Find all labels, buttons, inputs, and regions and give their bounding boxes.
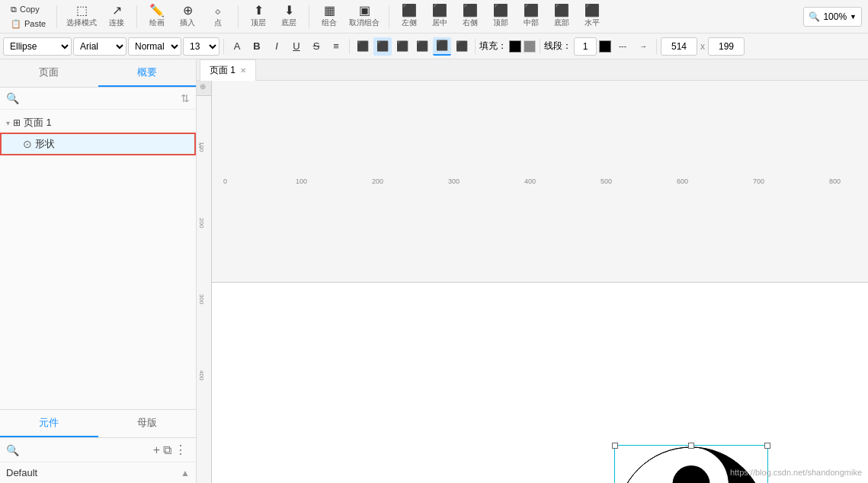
shape-tree-item[interactable]: ⊙ 形状 <box>0 133 196 155</box>
list-button[interactable]: ≡ <box>327 37 345 56</box>
justify-text-button[interactable]: ⬛ <box>413 37 431 56</box>
bold-button[interactable]: B <box>248 37 266 56</box>
page-tree-item[interactable]: ▾ ⊞ 页面 1 <box>0 113 196 133</box>
bottom-layer-icon: ⬇ <box>284 5 294 17</box>
zoom-dropdown-icon: ▼ <box>850 13 857 21</box>
stroke-label: 线段： <box>544 40 572 53</box>
stroke-width-input[interactable] <box>574 37 597 56</box>
ungroup-icon: ▣ <box>359 5 370 17</box>
stroke-style-button[interactable]: --- <box>613 37 632 56</box>
toolbar-top: ⧉ Copy 📋 Paste ⬚ 选择模式 ↗ 连接 ✏️ 绘画 ⊕ 插入 ⬦ … <box>0 0 868 34</box>
align-right-button[interactable]: ⬛ 右侧 <box>456 3 484 30</box>
align-left-button[interactable]: ⬛ 左侧 <box>396 3 423 30</box>
canvas-area: 页面 1 ✕ ⊕ 1 100 200 300 400 <box>197 59 868 483</box>
fill-color-swatch2[interactable] <box>524 40 536 53</box>
width-input[interactable]: 514 <box>661 37 697 56</box>
font-size-select[interactable]: 13 <box>183 37 219 56</box>
main-area: 页面 概要 🔍 ⇅ ▾ ⊞ 页面 1 ⊙ 形状 元件 母版 <box>0 59 868 483</box>
align-bottom-button[interactable]: ⬛ 底部 <box>548 3 575 30</box>
zoom-control[interactable]: 🔍 100% ▼ <box>803 7 862 27</box>
yinyang-svg <box>616 446 767 484</box>
select-mode-label: 选择模式 <box>66 18 97 28</box>
select-mode-button[interactable]: ⬚ 选择模式 <box>63 3 100 30</box>
font-family-select[interactable]: Arial <box>73 37 127 56</box>
insert-button[interactable]: ⊕ 插入 <box>174 3 201 30</box>
italic-button[interactable]: I <box>267 37 286 56</box>
chevron-up-icon[interactable]: ▲ <box>181 468 190 478</box>
ruler-h-200: 200 <box>372 178 383 185</box>
connect-button[interactable]: ↗ 连接 <box>103 3 130 30</box>
font-style-select[interactable]: Normal <box>128 37 181 56</box>
canvas-viewport[interactable]: https://blog.csdn.net/shandongmike <box>212 283 868 484</box>
bottom-search-input[interactable] <box>22 445 150 456</box>
add-element-icon[interactable]: + <box>153 443 160 457</box>
yinyang-container[interactable] <box>616 446 767 484</box>
search-icon: 🔍 <box>6 92 19 104</box>
panel-tabs: 页面 概要 <box>0 59 196 88</box>
stroke-color-swatch[interactable] <box>599 40 611 53</box>
tab-page[interactable]: 页面 <box>0 59 98 87</box>
ruler-v-mark-200: 200 <box>198 218 205 229</box>
more-options-icon[interactable]: ⋮ <box>175 443 187 457</box>
tree-section: ▾ ⊞ 页面 1 ⊙ 形状 <box>0 110 196 158</box>
bottom-layer-button[interactable]: ⬇ 底层 <box>275 3 303 30</box>
draw-icon: ✏️ <box>149 5 165 17</box>
group-button[interactable]: ▦ 组合 <box>315 3 343 30</box>
tab-overview[interactable]: 概要 <box>98 59 197 87</box>
shape-type-select[interactable]: Ellipse <box>3 37 72 56</box>
align-center-button[interactable]: ⬛ 居中 <box>426 3 453 30</box>
watermark: https://blog.csdn.net/shandongmike <box>730 468 862 477</box>
underline-button[interactable]: U <box>287 37 306 56</box>
canvas-tab-label: 页面 1 <box>210 64 235 77</box>
copy-element-icon[interactable]: ⧉ <box>163 443 171 457</box>
search-input[interactable] <box>22 93 178 104</box>
align-middle-button[interactable]: ⬛ 中部 <box>517 3 545 30</box>
strikethrough-button[interactable]: S <box>307 37 325 56</box>
ruler-h-500: 500 <box>601 178 612 185</box>
ungroup-button[interactable]: ▣ 取消组合 <box>346 3 383 30</box>
bottom-tabs: 元件 母版 <box>0 410 196 438</box>
align-horizontal-button[interactable]: ⬛ 水平 <box>578 3 606 30</box>
align-top-button[interactable]: ⬛ 顶部 <box>487 3 514 30</box>
align-text-right-button[interactable]: ⬛ <box>453 37 471 56</box>
align-right-text-button[interactable]: ⬛ <box>393 37 412 56</box>
ruler-v-mark-100b: 100 <box>198 142 205 153</box>
align-left-text-button[interactable]: ⬛ <box>354 37 372 56</box>
align-bottom-label: 底部 <box>554 18 569 28</box>
tab-masters[interactable]: 母版 <box>98 410 197 437</box>
point-button[interactable]: ⬦ 点 <box>204 3 232 30</box>
panel-bottom: 元件 母版 🔍 + ⧉ ⋮ Default ▲ <box>0 409 196 483</box>
page-name-label: 页面 1 <box>24 116 52 130</box>
top-layer-button[interactable]: ⬆ 顶层 <box>245 3 272 30</box>
tab-elements[interactable]: 元件 <box>0 410 98 437</box>
draw-button[interactable]: ✏️ 绘画 <box>143 3 171 30</box>
align-top-label: 顶部 <box>493 18 508 28</box>
ruler-vertical: 1 100 200 300 400 <box>197 96 212 483</box>
filter-icon[interactable]: ⇅ <box>181 92 190 104</box>
height-input[interactable]: 199 <box>708 37 745 56</box>
font-color-button[interactable]: A <box>228 37 246 56</box>
align-center-text-button[interactable]: ⬛ <box>373 37 392 56</box>
ruler-h-0: 0 <box>223 178 227 185</box>
align-text-left-button[interactable]: ⬛ <box>433 37 451 56</box>
top-layer-label: 顶层 <box>251 18 266 28</box>
page-grid-icon: ⊞ <box>13 117 21 128</box>
canvas-tab-page1[interactable]: 页面 1 ✕ <box>200 59 256 81</box>
fill-color-swatch[interactable] <box>509 40 521 53</box>
canvas-page <box>212 283 868 484</box>
stroke-end-button[interactable]: → <box>634 37 652 56</box>
canvas-tab-close[interactable]: ✕ <box>240 66 246 75</box>
format-sep-1 <box>223 39 224 54</box>
fill-label: 填充： <box>479 40 507 53</box>
point-label: 点 <box>214 18 222 28</box>
ruler-h-100: 100 <box>296 178 307 185</box>
copy-button[interactable]: ⧉ Copy <box>6 3 50 16</box>
align-top-icon: ⬛ <box>493 5 508 17</box>
ruler-h-800: 800 <box>829 178 841 185</box>
paste-icon: 📋 <box>11 19 21 29</box>
bottom-layer-label: 底层 <box>281 18 296 28</box>
align-right-icon: ⬛ <box>463 5 478 17</box>
paste-button[interactable]: 📋 Paste <box>6 18 50 30</box>
point-icon: ⬦ <box>214 5 222 17</box>
copy-icon: ⧉ <box>11 5 17 14</box>
